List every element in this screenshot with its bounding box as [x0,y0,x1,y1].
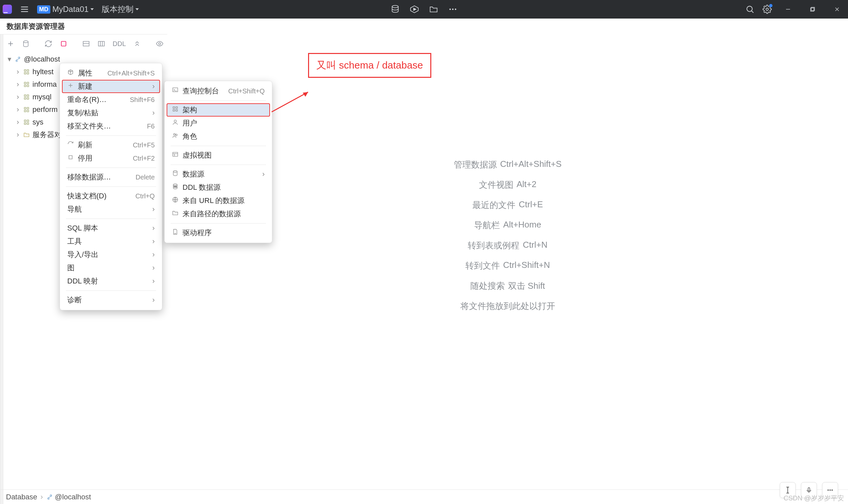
chevron-right-icon: › [152,237,155,246]
menu-item[interactable]: 刷新Ctrl+F5 [62,139,160,152]
menu-item[interactable]: 导入/导出› [62,248,160,261]
menu-item[interactable]: 重命名(R)…Shift+F6 [62,93,160,106]
menu-item[interactable]: 图› [62,261,160,274]
svg-point-73 [829,489,831,491]
menu-item[interactable]: 移除数据源…Delete [62,170,160,184]
chevron-right-icon[interactable]: › [15,93,20,101]
hint-row: 最近的文件Ctrl+E [472,199,543,211]
chevron-right-icon[interactable]: › [15,105,20,114]
schema-icon [23,69,30,75]
menu-item[interactable]: 停用Ctrl+F2 [62,152,160,165]
chevron-right-icon[interactable]: › [15,130,20,139]
table-icon[interactable] [98,40,105,48]
database-icon [172,170,179,179]
menu-item[interactable]: 导航› [62,203,160,216]
connection-icon [15,56,21,62]
menu-item[interactable]: 查询控制台Ctrl+Shift+Q [166,85,270,98]
svg-rect-31 [24,82,26,84]
database-icon[interactable] [391,5,400,14]
minimize-button[interactable] [780,0,796,19]
svg-point-19 [23,41,28,43]
folder-icon[interactable] [429,5,438,14]
menu-item[interactable]: 架构 [166,103,270,116]
tree-server-objects[interactable]: 服务器对 [33,130,61,140]
collapse-icon[interactable] [133,40,141,48]
menu-item[interactable]: 快速文档(D)Ctrl+Q [62,190,160,203]
svg-rect-49 [69,156,72,159]
menu-item[interactable]: 来自路径的数据源 [166,207,270,220]
svg-rect-36 [27,95,29,96]
svg-rect-45 [24,123,26,125]
watermark: CSDN @岁岁岁平安 [783,494,844,503]
package-icon [67,69,74,77]
run-icon[interactable] [410,5,419,14]
menu-item[interactable]: 数据源› [166,167,270,181]
menu-item[interactable]: 角色 [166,130,270,143]
context-menu[interactable]: 属性Ctrl+Alt+Shift+S新建›重命名(R)…Shift+F6复制/粘… [60,63,162,310]
maximize-button[interactable] [804,0,821,19]
refresh-icon[interactable] [45,40,52,48]
search-icon[interactable] [745,5,755,14]
chevron-right-icon[interactable]: › [15,118,20,126]
svg-rect-38 [27,98,29,100]
svg-point-8 [455,8,457,10]
svg-point-57 [174,133,175,135]
menu-item[interactable]: 移至文件夹…F6 [62,120,160,133]
menu-item[interactable]: 属性Ctrl+Alt+Shift+S [62,67,160,80]
chevron-right-icon[interactable]: › [15,80,20,89]
vcs-selector[interactable]: 版本控制 [102,4,139,15]
menu-item[interactable]: 复制/粘贴› [62,106,160,120]
project-badge: MD [37,5,50,14]
submenu-new[interactable]: 查询控制台Ctrl+Shift+Q架构用户角色虚拟视图数据源›DDLDDL 数据… [164,81,272,243]
close-button[interactable] [829,0,845,19]
menu-item[interactable]: 驱动程序 [166,226,270,239]
stop-icon[interactable] [60,40,68,48]
svg-rect-41 [24,110,26,112]
view-icon[interactable] [82,40,90,48]
svg-rect-50 [173,88,178,92]
menu-item[interactable]: 虚拟视图 [166,149,270,162]
ddl-button[interactable]: DDL [113,40,126,48]
add-button[interactable] [7,40,15,48]
hint-row: 转到表或例程Ctrl+N [468,240,547,251]
menu-item[interactable]: 诊断› [62,293,160,307]
svg-rect-37 [24,98,26,100]
hint-row: 转到文件Ctrl+Shift+N [465,260,550,272]
chevron-right-icon: › [152,224,155,232]
svg-rect-23 [99,41,104,46]
datasource-icon[interactable] [22,40,30,48]
chevron-right-icon: › [152,277,155,285]
menu-item[interactable]: 来自 URL 的数据源 [166,194,270,207]
more-icon[interactable] [448,5,457,14]
menu-item[interactable]: 用户 [166,116,270,130]
menu-item[interactable]: DDL 映射› [62,274,160,288]
tree-root[interactable]: @localhost [24,55,60,64]
svg-rect-30 [27,73,29,74]
svg-rect-43 [24,120,26,122]
svg-rect-33 [24,85,26,87]
svg-point-62 [173,171,177,173]
breadcrumb-root[interactable]: Database [6,493,37,501]
project-selector[interactable]: MD MyData01 [37,5,94,14]
menu-item[interactable]: DDLDDL 数据源 [166,181,270,194]
eye-icon[interactable] [156,40,164,48]
svg-text:DDL: DDL [174,186,177,188]
svg-point-11 [766,8,768,11]
svg-rect-59 [173,152,178,156]
svg-point-74 [831,489,833,491]
svg-rect-55 [176,110,178,111]
main-menu-button[interactable] [20,5,29,14]
breadcrumb-node[interactable]: @localhost [55,493,91,501]
chevron-right-icon[interactable]: › [15,68,20,76]
svg-rect-40 [27,107,29,109]
svg-rect-46 [27,123,29,125]
svg-rect-52 [173,107,175,108]
folder-icon [172,210,179,218]
chevron-down-icon[interactable]: ▾ [7,55,12,64]
chevron-right-icon: › [262,170,265,179]
menu-item[interactable]: 新建› [62,80,160,93]
settings-icon[interactable] [762,5,772,14]
hint-row: 管理数据源Ctrl+Alt+Shift+S [454,159,562,170]
menu-item[interactable]: 工具› [62,235,160,248]
menu-item[interactable]: SQL 脚本› [62,221,160,235]
